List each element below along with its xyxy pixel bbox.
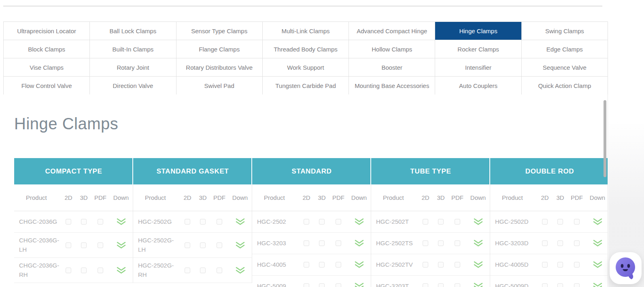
download-chevron-icon[interactable] — [593, 283, 602, 287]
checkbox-2d[interactable] — [423, 283, 428, 287]
download-chevron-icon[interactable] — [474, 261, 483, 268]
checkbox-2d[interactable] — [423, 262, 428, 268]
checkbox-3d[interactable] — [200, 268, 206, 273]
tab-advanced-compact-hinge[interactable]: Advanced Compact Hinge — [349, 22, 435, 40]
tab-rocker-clamps[interactable]: Rocker Clamps — [435, 40, 521, 58]
tab-vise-clamps[interactable]: Vise Clamps — [4, 58, 90, 77]
checkbox-pdf[interactable] — [217, 219, 222, 225]
checkbox-pdf[interactable] — [455, 262, 460, 268]
checkbox-2d[interactable] — [542, 283, 548, 287]
tab-threaded-body-clamps[interactable]: Threaded Body Clamps — [263, 40, 349, 58]
checkbox-2d[interactable] — [66, 219, 71, 225]
checkbox-3d[interactable] — [557, 219, 563, 225]
checkbox-2d[interactable] — [66, 242, 71, 248]
chat-widget-button[interactable] — [610, 252, 642, 284]
tab-mounting-base-accessories[interactable]: Mounting Base Accessories — [349, 77, 435, 95]
download-chevron-icon[interactable] — [593, 261, 602, 268]
checkbox-pdf[interactable] — [336, 283, 341, 287]
checkbox-pdf[interactable] — [574, 219, 580, 225]
checkbox-3d[interactable] — [81, 268, 87, 273]
checkbox-3d[interactable] — [438, 219, 444, 225]
checkbox-3d[interactable] — [557, 283, 563, 287]
tab-flow-control-valve[interactable]: Flow Control Valve — [4, 77, 90, 95]
checkbox-3d[interactable] — [319, 262, 325, 268]
download-chevron-icon[interactable] — [355, 240, 364, 247]
tab-sequence-valve[interactable]: Sequence Valve — [522, 58, 608, 77]
vertical-scrollbar[interactable] — [604, 100, 606, 177]
tab-flange-clamps[interactable]: Flange Clamps — [176, 40, 263, 58]
download-chevron-icon[interactable] — [355, 261, 364, 268]
checkbox-3d[interactable] — [438, 283, 444, 287]
checkbox-3d[interactable] — [200, 219, 206, 225]
checkbox-3d[interactable] — [200, 242, 206, 248]
checkbox-3d[interactable] — [557, 262, 563, 268]
checkbox-2d[interactable] — [185, 219, 190, 225]
tab-booster[interactable]: Booster — [349, 58, 435, 77]
checkbox-pdf[interactable] — [98, 268, 103, 273]
tab-ball-lock-clamps[interactable]: Ball Lock Clamps — [90, 22, 176, 40]
download-chevron-icon[interactable] — [236, 218, 245, 225]
checkbox-pdf[interactable] — [574, 240, 580, 246]
checkbox-pdf[interactable] — [98, 242, 103, 248]
checkbox-3d[interactable] — [319, 240, 325, 246]
checkbox-3d[interactable] — [81, 219, 87, 225]
checkbox-2d[interactable] — [423, 240, 428, 246]
download-chevron-icon[interactable] — [474, 283, 483, 287]
checkbox-3d[interactable] — [319, 283, 325, 287]
checkbox-3d[interactable] — [319, 219, 325, 225]
tab-built-in-clamps[interactable]: Built-In Clamps — [90, 40, 176, 58]
checkbox-2d[interactable] — [542, 219, 548, 225]
download-chevron-icon[interactable] — [236, 242, 245, 249]
checkbox-2d[interactable] — [542, 262, 548, 268]
download-chevron-icon[interactable] — [474, 240, 483, 247]
tab-rotary-distributors-valve[interactable]: Rotary Distributors Valve — [176, 58, 263, 77]
checkbox-2d[interactable] — [542, 240, 548, 246]
download-chevron-icon[interactable] — [117, 242, 126, 249]
checkbox-3d[interactable] — [438, 262, 444, 268]
checkbox-pdf[interactable] — [574, 283, 580, 287]
checkbox-pdf[interactable] — [455, 240, 460, 246]
download-chevron-icon[interactable] — [117, 267, 126, 274]
download-chevron-icon[interactable] — [355, 218, 364, 225]
download-chevron-icon[interactable] — [593, 240, 602, 247]
tab-tungsten-carbide-pad[interactable]: Tungsten Carbide Pad — [263, 77, 349, 95]
tab-edge-clamps[interactable]: Edge Clamps — [522, 40, 608, 58]
checkbox-pdf[interactable] — [217, 268, 222, 273]
tab-block-clamps[interactable]: Block Clamps — [4, 40, 90, 58]
tab-work-support[interactable]: Work Support — [263, 58, 349, 77]
download-chevron-icon[interactable] — [355, 283, 364, 287]
tab-hollow-clamps[interactable]: Hollow Clamps — [349, 40, 435, 58]
checkbox-3d[interactable] — [438, 240, 444, 246]
download-chevron-icon[interactable] — [236, 267, 245, 274]
download-chevron-icon[interactable] — [117, 218, 126, 225]
tab-quick-action-clamp[interactable]: Quick Action Clamp — [522, 77, 608, 95]
tab-swing-clamps[interactable]: Swing Clamps — [522, 22, 608, 40]
checkbox-pdf[interactable] — [217, 242, 222, 248]
tab-direction-valve[interactable]: Direction Valve — [90, 77, 176, 95]
checkbox-pdf[interactable] — [336, 219, 341, 225]
checkbox-2d[interactable] — [304, 283, 309, 287]
checkbox-pdf[interactable] — [574, 262, 580, 268]
tab-hinge-clamps[interactable]: Hinge Clamps — [435, 22, 521, 40]
tab-swivel-pad[interactable]: Swivel Pad — [176, 77, 263, 95]
tab-ultraprecision-locator[interactable]: Ultraprecision Locator — [4, 22, 90, 40]
checkbox-pdf[interactable] — [455, 283, 460, 287]
checkbox-2d[interactable] — [185, 268, 190, 273]
checkbox-3d[interactable] — [81, 242, 87, 248]
checkbox-pdf[interactable] — [98, 219, 103, 225]
checkbox-2d[interactable] — [304, 262, 309, 268]
tab-intensifier[interactable]: Intensifier — [435, 58, 521, 77]
checkbox-3d[interactable] — [557, 240, 563, 246]
tab-rotary-joint[interactable]: Rotary Joint — [90, 58, 176, 77]
tab-sensor-type-clamps[interactable]: Sensor Type Clamps — [176, 22, 263, 40]
checkbox-pdf[interactable] — [336, 262, 341, 268]
checkbox-pdf[interactable] — [455, 219, 460, 225]
checkbox-2d[interactable] — [304, 240, 309, 246]
checkbox-2d[interactable] — [185, 242, 190, 248]
checkbox-pdf[interactable] — [336, 240, 341, 246]
checkbox-2d[interactable] — [304, 219, 309, 225]
download-chevron-icon[interactable] — [474, 218, 483, 225]
checkbox-2d[interactable] — [66, 268, 71, 273]
checkbox-2d[interactable] — [423, 219, 428, 225]
download-chevron-icon[interactable] — [593, 218, 602, 225]
